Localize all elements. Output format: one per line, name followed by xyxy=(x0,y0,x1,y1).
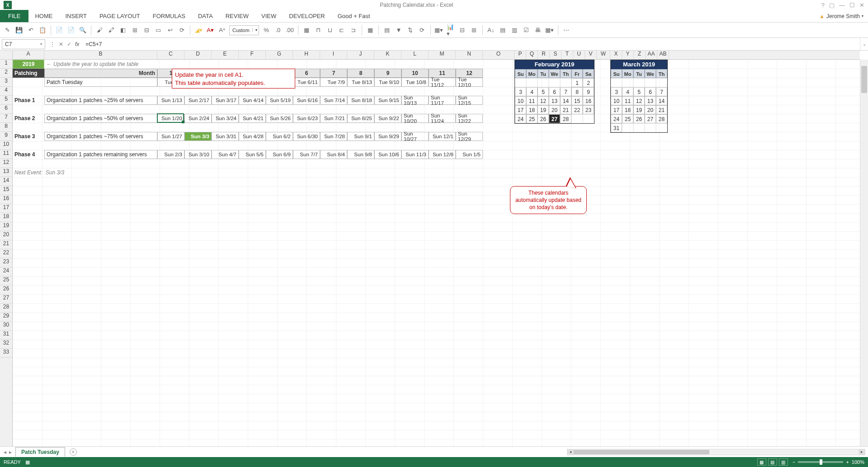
calendar-current-day[interactable]: 20 xyxy=(549,105,560,114)
cell-phase4-m4[interactable]: Sun 5/5 xyxy=(239,150,266,159)
merge-icon[interactable]: ▭ xyxy=(154,26,163,35)
calendar-next-day[interactable] xyxy=(645,78,656,87)
row-header-3[interactable]: 3 xyxy=(0,78,12,87)
zoom-in-icon[interactable]: + xyxy=(846,459,849,465)
wrap-icon[interactable]: ↩ xyxy=(165,26,175,35)
cell-pt-8[interactable]: Tue 8/13 xyxy=(347,78,374,87)
calendar-current-day[interactable] xyxy=(526,78,538,87)
row-header-4[interactable]: 4 xyxy=(0,87,12,96)
tab-goodfast[interactable]: Good + Fast xyxy=(331,10,377,22)
fx-icon[interactable]: fx xyxy=(75,41,79,47)
col-header-V[interactable]: V xyxy=(585,51,597,59)
minimize-icon[interactable]: — xyxy=(839,2,845,9)
help-icon[interactable]: ? xyxy=(821,2,825,9)
calendar-current-day[interactable]: 25 xyxy=(526,114,538,123)
calendar-current-day[interactable]: 22 xyxy=(571,105,583,114)
macros-icon[interactable]: ▦▾ xyxy=(545,26,554,35)
col-header-G[interactable]: G xyxy=(266,51,293,59)
print-icon[interactable]: 🖶 xyxy=(533,26,542,35)
col-header-B[interactable]: B xyxy=(44,51,157,59)
calendar-current-day[interactable]: 5 xyxy=(538,87,549,96)
eraser-icon[interactable]: ◧ xyxy=(118,26,127,35)
fill-color-icon[interactable]: ◢▾ xyxy=(194,26,203,35)
col-header-N[interactable]: N xyxy=(456,51,483,59)
cell-phase3-m6[interactable]: Sun 6/30 xyxy=(293,132,320,141)
cell-phase2-m9[interactable]: Sun 9/22 xyxy=(374,114,401,123)
row-header-32[interactable]: 32 xyxy=(0,340,12,349)
cell-pt-9[interactable]: Tue 9/10 xyxy=(374,78,401,87)
undo-icon[interactable]: ↶ xyxy=(26,26,35,35)
row-header-23[interactable]: 23 xyxy=(0,258,12,267)
cell-phase4-m6[interactable]: Sun 7/7 xyxy=(293,150,320,159)
cell-pt-6[interactable]: Tue 6/11 xyxy=(293,78,320,87)
copy-icon[interactable]: 📄 xyxy=(66,26,75,35)
cell-phase4-m8[interactable]: Sun 9/8 xyxy=(347,150,374,159)
row-header-9[interactable]: 9 xyxy=(0,132,12,141)
calendar-next-day[interactable]: 20 xyxy=(645,105,656,114)
col-header-J[interactable]: J xyxy=(347,51,374,59)
calendar-next-day[interactable]: 28 xyxy=(656,114,667,123)
col-header-T[interactable]: T xyxy=(561,51,573,59)
borders-icon[interactable]: ▦ xyxy=(302,26,311,35)
ungroup-icon[interactable]: ⊞ xyxy=(470,26,479,35)
col-header-Y[interactable]: Y xyxy=(622,51,634,59)
cell-month-6[interactable]: 6 xyxy=(293,69,320,78)
row-header-13[interactable]: 13 xyxy=(0,168,12,177)
close-icon[interactable]: ✕ xyxy=(859,2,864,9)
cell-phase4-m11[interactable]: Sun 12/8 xyxy=(429,150,456,159)
row-headers[interactable]: 1234567891011121314151617181920212223242… xyxy=(0,60,13,446)
cell-phase1-m2[interactable]: Sun 2/17 xyxy=(184,96,212,105)
calendar-next-day[interactable]: 12 xyxy=(633,96,645,105)
calendar-next-day[interactable]: 14 xyxy=(656,96,667,105)
zoom-out-icon[interactable]: − xyxy=(793,459,795,465)
cell-phase1-m5[interactable]: Sun 5/19 xyxy=(266,96,293,105)
cell-phase1-m7[interactable]: Sun 7/14 xyxy=(320,96,347,105)
col-header-L[interactable]: L xyxy=(401,51,429,59)
calendar-current-day[interactable] xyxy=(538,78,549,87)
calendar-current-day[interactable] xyxy=(560,78,571,87)
cell-phase3-m9[interactable]: Sun 9/29 xyxy=(374,132,401,141)
row-header-24[interactable]: 24 xyxy=(0,267,12,276)
save-icon[interactable]: 💾 xyxy=(14,26,24,35)
calendar-current-day[interactable]: 18 xyxy=(526,105,538,114)
tab-view[interactable]: VIEW xyxy=(255,10,283,22)
cell-phase4-label[interactable]: Phase 4 xyxy=(13,150,44,159)
cell-year-hint[interactable]: ← Update the year to update the table xyxy=(44,60,266,69)
cell-phase2-m5[interactable]: Sun 5/26 xyxy=(266,114,293,123)
redo-icon[interactable]: 📋 xyxy=(38,26,47,35)
calendar-current-day[interactable]: 27 xyxy=(549,114,560,123)
row-header-16[interactable]: 16 xyxy=(0,195,12,204)
col-header-O[interactable]: O xyxy=(483,51,514,59)
maximize-icon[interactable]: ☐ xyxy=(849,2,855,9)
decimal-dec-icon[interactable]: .00 xyxy=(285,26,294,35)
cell-phase3-m12[interactable]: Sun 12/29 xyxy=(456,132,483,141)
orientation-icon[interactable]: ⟳ xyxy=(177,26,186,35)
row-header-30[interactable]: 30 xyxy=(0,322,12,331)
cell-year[interactable]: 2019 xyxy=(13,60,44,69)
cell-phase1-m6[interactable]: Sun 6/16 xyxy=(293,96,320,105)
cell-phase3-m4[interactable]: Sun 4/28 xyxy=(239,132,266,141)
cell-phase1-m10[interactable]: Sun 10/13 xyxy=(401,96,429,105)
cell-phase4-m7[interactable]: Sun 8/4 xyxy=(320,150,347,159)
cell-phase4-m3[interactable]: Sun 4/7 xyxy=(212,150,239,159)
zoom-slider[interactable] xyxy=(798,461,843,463)
row-header-31[interactable]: 31 xyxy=(0,331,12,340)
calendar-current-day[interactable] xyxy=(549,78,560,87)
select-all-corner[interactable] xyxy=(0,51,13,60)
cell-phase2-m3[interactable]: Sun 3/24 xyxy=(212,114,239,123)
horizontal-scrollbar[interactable]: ◂▸ xyxy=(567,449,865,455)
col-header-P[interactable]: P xyxy=(514,51,526,59)
cell-phase4-m2[interactable]: Sun 3/10 xyxy=(184,150,212,159)
formula-more-icon[interactable]: ⋮ xyxy=(50,41,55,47)
row-header-21[interactable]: 21 xyxy=(0,240,12,249)
validation-icon[interactable]: ☑ xyxy=(522,26,531,35)
cell-phase4-m12[interactable]: Sun 1/5 xyxy=(456,150,483,159)
tab-review[interactable]: REVIEW xyxy=(219,10,255,22)
ribbon-display-icon[interactable]: ▢ xyxy=(829,2,835,9)
macro-record-icon[interactable]: ▦ xyxy=(25,459,30,465)
cell-month-11[interactable]: 11 xyxy=(429,69,456,78)
calendar-next-day[interactable] xyxy=(611,78,622,87)
row-header-27[interactable]: 27 xyxy=(0,294,12,304)
calendar-current-day[interactable] xyxy=(583,114,594,123)
row-header-22[interactable]: 22 xyxy=(0,249,12,258)
